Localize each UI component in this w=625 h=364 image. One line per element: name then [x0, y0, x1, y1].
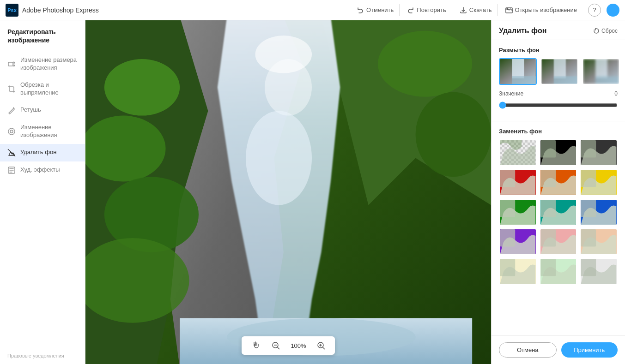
- canvas-toolbar: 100%: [242, 336, 335, 355]
- svg-rect-47: [500, 200, 515, 217]
- bg-purple-img: [500, 229, 536, 254]
- redo-icon: [407, 6, 414, 14]
- cancel-button[interactable]: Отмена: [499, 342, 557, 358]
- blur-option-2[interactable]: [582, 58, 620, 85]
- sidebar-item-retouch[interactable]: Ретушь: [0, 101, 85, 119]
- bg-thumb-pink[interactable]: [540, 228, 577, 255]
- bg-thumb-blue[interactable]: [580, 199, 618, 226]
- open-label: Открыть изображение: [515, 6, 577, 13]
- sidebar-item-crop[interactable]: Обрезка и выпрямление: [0, 77, 85, 101]
- svg-point-17: [378, 31, 472, 97]
- bg-yellow-img: [581, 170, 617, 195]
- bg-thumb-black[interactable]: [540, 139, 577, 166]
- panel-footer: Отмена Применить: [492, 335, 625, 364]
- blur-option-0[interactable]: [499, 58, 537, 85]
- zoom-in-button[interactable]: [315, 339, 328, 352]
- slider-value: 0: [614, 90, 618, 97]
- app-title: Adobe Photoshop Express: [22, 6, 99, 14]
- bg-mint-img: [540, 259, 576, 284]
- sidebar: Редактировать изображение Изменение разм…: [0, 20, 85, 364]
- sidebar-art-effects-label: Худ. эффекты: [20, 166, 60, 174]
- reset-icon: [593, 28, 600, 34]
- blur-option-1[interactable]: [540, 58, 578, 85]
- bg-thumb-peach[interactable]: [580, 228, 618, 255]
- bg-thumb-purple[interactable]: [499, 228, 537, 255]
- svg-rect-63: [581, 259, 596, 276]
- retouch-icon: [7, 106, 16, 114]
- bg-black-img: [540, 140, 576, 165]
- apply-button[interactable]: Применить: [561, 342, 618, 358]
- svg-rect-39: [581, 140, 596, 157]
- blur-options-row: [499, 58, 618, 85]
- sidebar-resize-label: Изменение размера изображения: [20, 56, 78, 72]
- sidebar-retouch-label: Ретушь: [20, 106, 41, 114]
- replace-bg-title: Заменить фон: [499, 128, 618, 135]
- help-button[interactable]: ?: [588, 4, 601, 17]
- canvas-image: [85, 20, 491, 364]
- user-avatar[interactable]: [607, 4, 619, 17]
- header-actions: Отменить Повторить Скачать Открыть изобр…: [351, 4, 619, 17]
- svg-rect-28: [512, 76, 536, 84]
- blur-section-title: Размыть фон: [499, 47, 618, 54]
- download-label: Скачать: [469, 6, 492, 13]
- value-label: Значение: [499, 90, 523, 97]
- right-panel: Удалить фон Сброс Размыть фон: [491, 20, 625, 364]
- svg-point-13: [104, 59, 180, 116]
- svg-rect-57: [581, 229, 596, 246]
- bg-thumb-orange[interactable]: [540, 169, 577, 196]
- zoom-out-button[interactable]: [269, 339, 282, 352]
- svg-rect-53: [500, 229, 515, 246]
- svg-rect-31: [554, 76, 577, 84]
- undo-icon: [357, 6, 364, 14]
- bg-color-grid: [499, 139, 618, 285]
- svg-rect-43: [540, 170, 556, 187]
- art-effects-icon: [7, 166, 16, 174]
- pan-tool-button[interactable]: [249, 339, 262, 352]
- replace-bg-section: Заменить фон: [492, 121, 625, 292]
- bg-red-img: [500, 170, 536, 195]
- bg-orange-img: [540, 170, 576, 195]
- bg-thumb-transparent[interactable]: [499, 139, 537, 166]
- bg-thumb-mint[interactable]: [540, 258, 577, 285]
- sidebar-adjust-label: Изменение изображения: [20, 124, 78, 139]
- sidebar-item-art-effects[interactable]: Худ. эффекты: [0, 161, 85, 179]
- crop-icon: [7, 85, 16, 93]
- blur-thumb-0: [500, 59, 536, 84]
- sidebar-crop-label: Обрезка и выпрямление: [20, 81, 78, 97]
- bg-thumb-dark[interactable]: [580, 139, 618, 166]
- bg-transparent-img: [500, 140, 536, 165]
- zoom-in-icon: [316, 341, 326, 350]
- svg-rect-41: [500, 170, 515, 187]
- bg-teal-img: [540, 200, 576, 225]
- bg-thumb-red[interactable]: [499, 169, 537, 196]
- main-layout: Редактировать изображение Изменение разм…: [0, 20, 625, 364]
- reset-button[interactable]: Сброс: [593, 28, 618, 34]
- logo-text: Psx: [7, 7, 17, 13]
- bg-blue-img: [581, 200, 617, 225]
- app-logo: Psx Adobe Photoshop Express: [6, 4, 99, 17]
- legal-notices[interactable]: Правовые уведомления: [0, 347, 85, 364]
- bg-thumb-green[interactable]: [499, 199, 537, 226]
- redo-button[interactable]: Повторить: [401, 4, 452, 16]
- bg-green-img: [500, 200, 536, 225]
- svg-rect-49: [540, 200, 556, 217]
- sidebar-item-resize[interactable]: Изменение размера изображения: [0, 52, 85, 77]
- open-image-button[interactable]: Открыть изображение: [500, 4, 583, 16]
- undo-button[interactable]: Отменить: [351, 4, 400, 16]
- bg-cream-img: [500, 259, 536, 284]
- svg-line-21: [277, 347, 279, 349]
- right-panel-content: Размыть фон: [492, 40, 625, 335]
- sidebar-item-adjust[interactable]: Изменение изображения: [0, 119, 85, 144]
- svg-rect-30: [554, 59, 566, 78]
- bg-thumb-extra[interactable]: [580, 258, 618, 285]
- bg-thumb-yellow[interactable]: [580, 169, 618, 196]
- bg-thumb-cream[interactable]: [499, 258, 537, 285]
- download-icon: [460, 6, 467, 14]
- svg-rect-33: [595, 59, 607, 78]
- blur-slider[interactable]: [499, 101, 618, 109]
- bg-thumb-teal[interactable]: [540, 199, 577, 226]
- sidebar-item-remove-bg[interactable]: Удалить фон: [0, 144, 85, 161]
- svg-point-18: [416, 92, 491, 177]
- download-button[interactable]: Скачать: [454, 4, 498, 16]
- zoom-out-icon: [271, 341, 280, 350]
